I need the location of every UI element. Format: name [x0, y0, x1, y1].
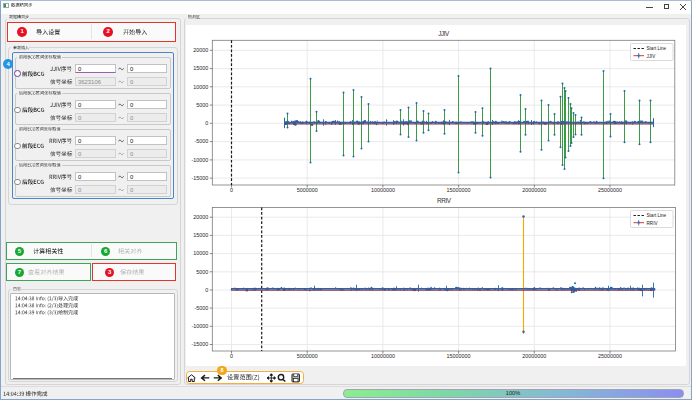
- svg-text:JJIV: JJIV: [438, 30, 450, 37]
- svg-text:Start Line: Start Line: [647, 213, 667, 218]
- svg-text:5000000: 5000000: [297, 187, 318, 193]
- svg-text:RRIV: RRIV: [647, 221, 659, 226]
- svg-text:JJIV: JJIV: [647, 54, 657, 59]
- svg-text:0: 0: [205, 120, 208, 126]
- svg-text:25000000: 25000000: [598, 187, 622, 193]
- svg-text:15000000: 15000000: [447, 353, 471, 359]
- svg-text:-15000: -15000: [192, 175, 209, 181]
- svg-text:15000: 15000: [193, 232, 208, 238]
- svg-text:5000000: 5000000: [297, 353, 318, 359]
- svg-text:20000: 20000: [193, 214, 208, 220]
- svg-text:20000000: 20000000: [522, 187, 546, 193]
- svg-text:Start Line: Start Line: [647, 46, 667, 51]
- svg-text:0: 0: [230, 187, 233, 193]
- svg-text:10000: 10000: [193, 84, 208, 90]
- svg-text:5000: 5000: [196, 269, 208, 275]
- svg-text:15000: 15000: [193, 65, 208, 71]
- svg-text:0: 0: [230, 353, 233, 359]
- svg-text:-10000: -10000: [192, 157, 209, 163]
- svg-text:-15000: -15000: [192, 341, 209, 347]
- svg-text:10000000: 10000000: [371, 187, 395, 193]
- svg-text:-10000: -10000: [192, 323, 209, 329]
- svg-text:10000: 10000: [193, 250, 208, 256]
- svg-text:20000000: 20000000: [522, 353, 546, 359]
- svg-text:20000: 20000: [193, 47, 208, 53]
- svg-text:RRIV: RRIV: [437, 197, 452, 204]
- svg-text:25000000: 25000000: [598, 353, 622, 359]
- svg-text:5000: 5000: [196, 102, 208, 108]
- svg-text:15000000: 15000000: [447, 187, 471, 193]
- svg-text:10000000: 10000000: [371, 353, 395, 359]
- svg-text:-5000: -5000: [195, 305, 209, 311]
- svg-text:-5000: -5000: [195, 138, 209, 144]
- svg-text:0: 0: [205, 287, 208, 293]
